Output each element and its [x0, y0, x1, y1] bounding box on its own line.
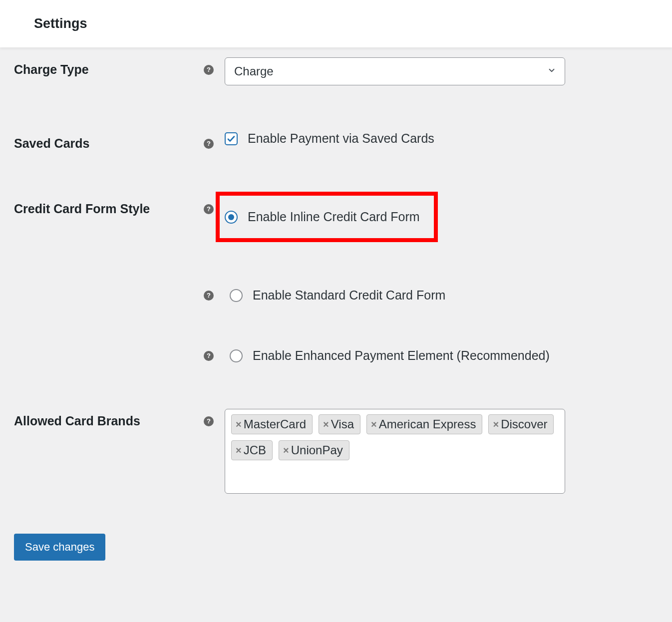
field-col: Enable Payment via Saved Cards	[225, 131, 658, 146]
saved-cards-checkbox-wrap: Enable Payment via Saved Cards	[225, 131, 658, 146]
remove-tag-icon[interactable]: ×	[323, 419, 329, 429]
help-icon[interactable]: ?	[204, 416, 214, 426]
allowed-brands-input[interactable]: ×MasterCard×Visa×American Express×Discov…	[225, 409, 565, 494]
brand-tag-label: MasterCard	[244, 417, 306, 431]
row-saved-cards: Saved Cards ? Enable Payment via Saved C…	[14, 131, 658, 151]
highlight-cc-inline: Enable Inline Credit Card Form	[216, 192, 438, 242]
charge-type-select[interactable]: Charge	[225, 57, 565, 85]
brand-tag-label: American Express	[379, 417, 476, 431]
brand-tag-label: Visa	[331, 417, 354, 431]
label-col: Saved Cards ?	[14, 131, 225, 151]
remove-tag-icon[interactable]: ×	[236, 419, 242, 429]
cc-inline-label: Enable Inline Credit Card Form	[248, 210, 420, 224]
charge-type-selected-value: Charge	[234, 64, 274, 78]
allowed-brands-label: Allowed Card Brands	[14, 414, 140, 428]
saved-cards-checkbox[interactable]	[225, 132, 238, 145]
header-bar: Settings	[0, 0, 672, 47]
cc-enhanced-wrap: Enable Enhanced Payment Element (Recomme…	[230, 348, 550, 363]
field-col: Enable Inline Credit Card Form	[225, 197, 658, 242]
brand-tag: ×Visa	[319, 414, 360, 434]
cc-standard-label: Enable Standard Credit Card Form	[253, 288, 445, 303]
field-col: Charge	[225, 57, 658, 85]
row-cc-form-style: Credit Card Form Style ? Enable Inline C…	[14, 197, 658, 242]
cc-standard-wrap: Enable Standard Credit Card Form	[230, 288, 445, 303]
charge-type-select-wrap: Charge	[225, 57, 565, 85]
brand-tag: ×UnionPay	[279, 440, 349, 460]
remove-tag-icon[interactable]: ×	[283, 445, 289, 455]
row-allowed-brands: Allowed Card Brands ? ×MasterCard×Visa×A…	[14, 409, 658, 494]
page-title: Settings	[34, 16, 87, 31]
cc-form-style-label: Credit Card Form Style	[14, 202, 150, 216]
save-button[interactable]: Save changes	[14, 534, 105, 561]
indent-help: ?	[204, 351, 230, 361]
brand-tag-label: UnionPay	[291, 443, 343, 457]
cc-standard-radio[interactable]	[230, 289, 243, 302]
row-charge-type: Charge Type ? Charge	[14, 57, 658, 85]
brand-tag-label: Discover	[501, 417, 547, 431]
help-icon[interactable]: ?	[204, 139, 214, 149]
label-col: Credit Card Form Style ?	[14, 197, 225, 216]
label-col: Charge Type ?	[14, 57, 225, 77]
help-icon[interactable]: ?	[204, 291, 214, 301]
brand-tag: ×American Express	[366, 414, 482, 434]
remove-tag-icon[interactable]: ×	[493, 419, 499, 429]
radio-dot	[228, 214, 234, 220]
remove-tag-icon[interactable]: ×	[236, 445, 242, 455]
remove-tag-icon[interactable]: ×	[371, 419, 377, 429]
indent-help: ?	[204, 291, 230, 301]
field-col: ×MasterCard×Visa×American Express×Discov…	[225, 409, 658, 494]
cc-enhanced-label: Enable Enhanced Payment Element (Recomme…	[253, 348, 550, 363]
cc-enhanced-radio[interactable]	[230, 349, 243, 362]
brand-tag-label: JCB	[244, 443, 266, 457]
charge-type-label: Charge Type	[14, 62, 89, 77]
row-cc-standard: ? Enable Standard Credit Card Form	[204, 288, 658, 303]
saved-cards-label: Saved Cards	[14, 136, 89, 151]
help-icon[interactable]: ?	[204, 204, 214, 214]
cc-inline-radio[interactable]	[225, 211, 238, 224]
brand-tag: ×Discover	[488, 414, 554, 434]
brand-tag: ×JCB	[231, 440, 273, 460]
row-cc-enhanced: ? Enable Enhanced Payment Element (Recom…	[204, 348, 658, 363]
brand-tag: ×MasterCard	[231, 414, 313, 434]
saved-cards-option-label: Enable Payment via Saved Cards	[248, 131, 434, 146]
label-col: Allowed Card Brands ?	[14, 409, 225, 428]
help-icon[interactable]: ?	[204, 65, 214, 75]
help-icon[interactable]: ?	[204, 351, 214, 361]
settings-form: Charge Type ? Charge Saved Cards ?	[0, 57, 672, 581]
